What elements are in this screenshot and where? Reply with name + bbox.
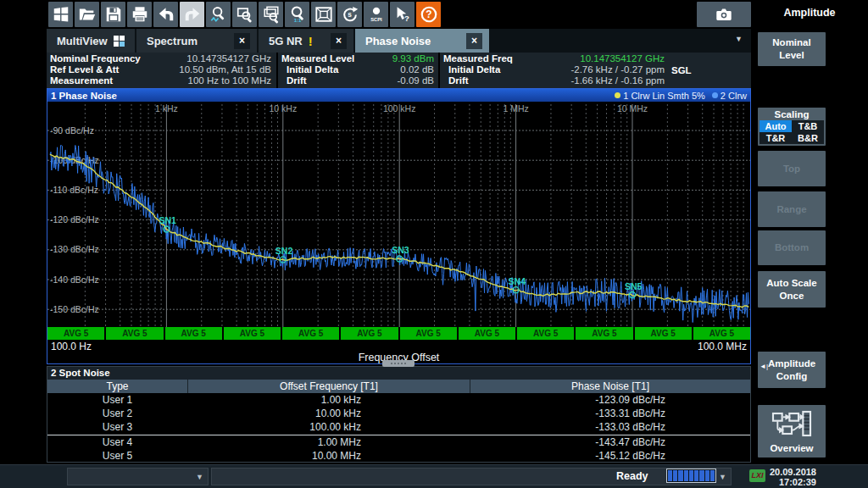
tab-label: Spectrum xyxy=(147,35,198,47)
svg-text:100 kHz: 100 kHz xyxy=(383,103,416,114)
info-col-measured-freq: Measured Freq10.147354127 GHz Initial De… xyxy=(440,53,751,88)
help-button[interactable]: ? xyxy=(416,2,441,27)
channel-tab-bar: MultiViewSpectrum×5G NR!×Phase Noise×▼ xyxy=(47,29,751,53)
svg-text:s: s xyxy=(348,11,352,19)
svg-text:SN2: SN2 xyxy=(275,246,293,256)
legend-trace-1: 1 Clrw Lin Smth 5% xyxy=(615,91,705,101)
scaling-option-auto[interactable]: Auto xyxy=(760,120,792,132)
avg-segment: AVG 5 xyxy=(224,327,281,340)
avg-segment: AVG 5 xyxy=(106,327,163,340)
tab-close-button[interactable]: × xyxy=(466,33,482,49)
avg-segment: AVG 5 xyxy=(282,327,339,340)
softkey-range: Range xyxy=(758,191,826,227)
status-dropdown-left[interactable]: ▼ xyxy=(67,468,209,485)
legend-trace-2: 2 Clrw xyxy=(712,91,747,101)
progress-segment xyxy=(668,470,672,481)
window-title[interactable]: 2 Spot Noise xyxy=(47,367,750,380)
spot-noise-row[interactable]: User 3100.00 kHz-133.03 dBc/Hz xyxy=(47,420,750,434)
tab-5g-nr[interactable]: 5G NR!× xyxy=(259,29,353,53)
spot-noise-row[interactable]: User 41.00 MHz-143.47 dBc/Hz xyxy=(47,435,750,449)
spot-noise-cell: 1.00 MHz xyxy=(187,435,470,449)
spot-noise-cell: User 2 xyxy=(47,407,187,420)
svg-text:-150 dBc/Hz: -150 dBc/Hz xyxy=(50,304,99,314)
progress-segment xyxy=(699,470,704,481)
window-title-bar[interactable]: 1 Phase Noise 1 Clrw Lin Smth 5%2 Clrw xyxy=(47,89,750,102)
spot-noise-table-header: TypeOffset Frequency [T1]Phase Noise [T1… xyxy=(47,380,750,393)
progress-segment xyxy=(689,470,693,481)
svg-text:10 MHz: 10 MHz xyxy=(617,103,648,114)
softkey-amplitude-config[interactable]: ◄| Amplitude Config xyxy=(758,352,826,388)
spot-noise-cell: User 4 xyxy=(47,435,187,449)
single-sweep-indicator: SGL xyxy=(671,65,692,75)
sweep-refresh-icon: s xyxy=(341,5,359,24)
tab-close-button[interactable]: × xyxy=(234,33,250,49)
main-toolbar: 1:1sSCPI?? xyxy=(48,2,441,27)
svg-text:1 MHz: 1 MHz xyxy=(503,103,528,114)
svg-text:SN5: SN5 xyxy=(625,281,643,291)
redo-button xyxy=(180,2,204,27)
softkey-menu-title: Amplitude xyxy=(751,0,868,27)
softkey-overview[interactable]: Overview xyxy=(758,405,826,458)
spot-noise-cell: -133.03 dBc/Hz xyxy=(470,420,750,434)
svg-text:-110 dBc/Hz: -110 dBc/Hz xyxy=(50,185,98,195)
status-message-dropdown[interactable]: ▼ xyxy=(211,468,732,485)
status-bar: ▼ ▼ Ready LXI 20.09.2018 17:02:39 xyxy=(0,464,868,488)
tab-spectrum[interactable]: Spectrum× xyxy=(136,29,257,53)
measurement-info-bar: Nominal Frequency10.147354127 GHz Ref Le… xyxy=(47,53,751,88)
tab-overflow-button[interactable]: ▼ xyxy=(735,35,743,43)
scpi-recorder-button[interactable]: SCPI xyxy=(364,2,388,27)
print-button[interactable] xyxy=(127,2,152,27)
svg-text:-130 dBc/Hz: -130 dBc/Hz xyxy=(50,244,99,254)
spot-noise-table: User 11.00 kHz-123.09 dBc/HzUser 210.00 … xyxy=(47,393,750,463)
avg-segment: AVG 5 xyxy=(459,327,515,340)
screenshot-camera-button[interactable] xyxy=(697,2,751,27)
tab-label: MultiView xyxy=(57,35,108,47)
zoom-multi-button[interactable] xyxy=(259,2,283,27)
instrument-screen: 1:1sSCPI?? Amplitude MultiViewSpectrum×5… xyxy=(0,0,868,488)
column-header: Type xyxy=(47,380,187,393)
column-header: Phase Noise [T1] xyxy=(470,380,750,393)
zoom-trace-button[interactable] xyxy=(206,2,231,27)
undo-button[interactable] xyxy=(153,2,178,27)
tab-phase-noise[interactable]: Phase Noise× xyxy=(355,29,489,53)
window-splitter-handle[interactable] xyxy=(382,360,415,367)
scaling-option-br[interactable]: B&R xyxy=(792,132,824,144)
softkey-panel: Nominal Level Scaling AutoT&BT&RB&R Top … xyxy=(751,27,868,464)
scaling-options: AutoT&BT&RB&R xyxy=(760,120,824,144)
lxi-indicator: LXI xyxy=(749,469,765,482)
softkey-auto-scale-once[interactable]: Auto Scale Once xyxy=(758,271,826,308)
spot-noise-row[interactable]: User 510.00 MHz-145.12 dBc/Hz xyxy=(47,449,750,463)
context-help-button[interactable]: ? xyxy=(390,2,415,27)
date: 20.09.2018 xyxy=(767,467,816,477)
submenu-arrow-icon: ◄| xyxy=(760,363,768,371)
open-folder-button[interactable] xyxy=(75,2,99,27)
tab-multiview[interactable]: MultiView xyxy=(47,29,135,53)
spot-noise-row[interactable]: User 11.00 kHz-123.09 dBc/Hz xyxy=(47,393,750,407)
softkey-nominal-level[interactable]: Nominal Level xyxy=(758,32,826,66)
legend-label: 1 Clrw Lin Smth 5% xyxy=(623,91,705,101)
tab-close-button[interactable]: × xyxy=(331,33,347,49)
sweep-progress-bar xyxy=(666,469,716,483)
save-button[interactable] xyxy=(101,2,125,27)
phase-noise-plot[interactable]: 1 kHz10 kHz100 kHz1 MHz10 MHz-90 dBc/Hz-… xyxy=(47,102,750,327)
trace-legend: 1 Clrw Lin Smth 5%2 Clrw xyxy=(615,91,750,101)
scaling-option-tb[interactable]: T&B xyxy=(792,120,824,132)
zoom-one-to-one-button[interactable]: 1:1 xyxy=(285,2,309,27)
avg-segment: AVG 5 xyxy=(635,327,692,340)
sweep-refresh-button[interactable]: s xyxy=(337,2,362,27)
x-axis-scale-row: 100.0 Hz 100.0 MHz xyxy=(47,340,750,352)
svg-text:?: ? xyxy=(426,8,431,20)
spot-noise-row[interactable]: User 210.00 kHz-133.31 dBc/Hz xyxy=(47,407,750,420)
display-frame-button[interactable] xyxy=(311,2,336,27)
windows-button[interactable] xyxy=(48,2,73,27)
redo-icon xyxy=(183,5,202,24)
spot-noise-cell: 10.00 kHz xyxy=(187,407,470,420)
scaling-option-tr[interactable]: T&R xyxy=(760,132,792,144)
progress-segment xyxy=(673,470,677,481)
spot-noise-cell: User 1 xyxy=(47,393,187,407)
zoom-area-button[interactable] xyxy=(232,2,257,27)
svg-text:SN4: SN4 xyxy=(509,276,526,286)
svg-text:SN3: SN3 xyxy=(392,245,409,255)
zoom-one-to-one-icon: 1:1 xyxy=(288,5,307,24)
progress-segment xyxy=(710,470,715,481)
